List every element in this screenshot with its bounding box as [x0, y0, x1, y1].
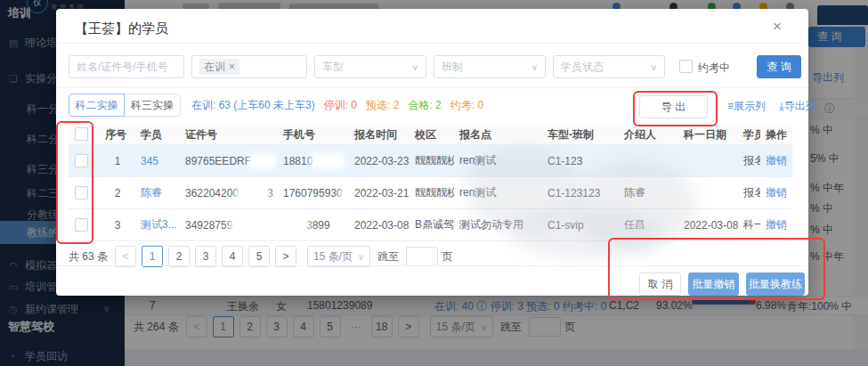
checkbox[interactable] [679, 60, 693, 73]
stat-text: 停训: 0 [324, 99, 357, 111]
table-cell [678, 145, 738, 177]
export-columns-link[interactable]: ⤓导出列 [779, 100, 815, 112]
dialog-pagination-page-2[interactable]: 2 [168, 246, 190, 267]
redaction-blur [232, 220, 263, 231]
redaction-blur [343, 188, 349, 199]
cell-link[interactable]: 撤销 [766, 186, 787, 199]
cell-link[interactable]: 测试3... [141, 218, 177, 231]
table-cell [678, 177, 738, 209]
table-cell [619, 145, 678, 177]
select-placeholder: 班制 [442, 60, 463, 75]
dialog-pagination-page-5[interactable]: 5 [248, 246, 270, 267]
table-cell: C1-123123 [542, 177, 619, 209]
column-header: 介绍人 [619, 125, 678, 145]
dialog-pagination-page-4[interactable]: 4 [222, 246, 243, 267]
table-cell: 报名成功 [738, 145, 760, 177]
row-checkbox[interactable] [75, 186, 88, 199]
cell-link[interactable]: 陈睿 [141, 186, 162, 199]
student-state-select[interactable]: 学员状态 ∨ [553, 55, 665, 78]
chevron-down-icon: ∨ [412, 62, 418, 72]
cell-link[interactable]: 撤销 [766, 154, 787, 167]
table-cell: ren测试 [454, 145, 542, 177]
row-checkbox[interactable] [75, 154, 88, 167]
cell-text: 3899 [306, 219, 330, 232]
row-checkbox[interactable] [75, 218, 88, 232]
dialog-pagination-jump-input[interactable] [406, 247, 438, 266]
tag-close-icon[interactable]: × [229, 61, 235, 73]
batch-change-coach-button[interactable]: 批量换教练 [746, 272, 805, 296]
select-all-checkbox[interactable] [75, 127, 88, 141]
header-divider [56, 43, 808, 44]
class-type-select[interactable]: 班制 ∨ [434, 55, 546, 78]
table-cell: 测试勿动专用 [454, 209, 542, 241]
table-cell: 2 [100, 177, 135, 209]
table-cell: 1760795930 [278, 177, 349, 209]
stat-text: 合格: 2 [408, 99, 441, 111]
table-cell: 34928759 [180, 209, 278, 241]
cell-text: 1760795930 [283, 187, 343, 199]
table-cell: 撤销 [760, 177, 792, 209]
stat-text: 约考: 0 [450, 99, 483, 111]
table-cell: 陈睿 [619, 177, 678, 209]
column-header: 手机号 [278, 125, 349, 145]
column-links: ≡展示列 ⤓导出列 [717, 99, 816, 114]
page-size-value: 15 条/页 [313, 249, 353, 264]
table-cell: 陈睿 [135, 177, 180, 209]
table-cell: 测试3... [135, 209, 180, 241]
column-header: 操作 [760, 125, 792, 145]
exam-pending-checkbox[interactable]: 约考中 [679, 60, 730, 76]
dialog-pagination-prev-button[interactable]: < [115, 246, 136, 267]
training-stats-summary: 在训: 63 (上车60 未上车3)停训: 0预选: 2合格: 2约考: 0 [191, 94, 492, 117]
table-row: 2陈睿362204200317607959302022-03-21靓靓靓校区re… [69, 177, 792, 209]
table-cell: 1 [100, 145, 135, 177]
table-cell: 2022-03-08 [349, 209, 410, 241]
export-button[interactable]: 导 出 [639, 95, 708, 118]
dialog-pagination-page-unit: 页 [442, 249, 452, 264]
dialog-pagination-page-3[interactable]: 3 [195, 246, 216, 267]
table-cell: B鼎诚驾校... [410, 209, 454, 241]
row-select-cell [69, 145, 100, 177]
column-header: 车型-班制 [542, 125, 619, 145]
table-row: 134589765EEDRF188102022-03-23靓靓靓校区ren测试C… [69, 145, 792, 177]
columns-icon: ≡ [727, 100, 734, 112]
checkbox-label: 约考中 [698, 61, 730, 74]
cell-link[interactable]: 撤销 [766, 218, 787, 231]
cell-link[interactable]: 345 [141, 155, 158, 167]
dialog-pagination-next-button[interactable]: > [275, 246, 296, 267]
tab-subject3-practice[interactable]: 科三实操 [124, 94, 181, 117]
dialog-pagination-page-size-select[interactable]: 15 条/页∨ [307, 246, 370, 267]
chevron-down-icon: ∨ [358, 252, 364, 262]
redaction-blur [283, 220, 306, 231]
table-cell: 345 [135, 145, 180, 177]
student-status-multiselect[interactable]: 在训× [191, 55, 307, 78]
cell-text: 89765EEDRF [185, 155, 251, 167]
batch-revoke-button[interactable]: 批量撤销 [688, 272, 739, 296]
select-placeholder: 学员状态 [561, 60, 604, 75]
name-search-input[interactable] [69, 55, 184, 78]
table-cell: C1-123 [542, 145, 619, 177]
table-cell: 任昌 [619, 209, 678, 241]
column-header: 校区 [410, 125, 454, 145]
column-header: 学员状态 [738, 125, 760, 145]
cell-text: 3 [267, 187, 273, 199]
tab-subject2-practice[interactable]: 科二实操 [69, 94, 125, 117]
table-cell: 靓靓靓校区 [410, 177, 454, 209]
table-cell: 靓靓靓校区 [410, 145, 454, 177]
search-button[interactable]: 查 询 [757, 55, 801, 78]
column-header: 报名时间 [349, 125, 410, 145]
car-type-select[interactable]: 车型 ∨ [314, 55, 426, 78]
table-cell: 撤销 [760, 209, 792, 241]
chevron-down-icon: ∨ [651, 62, 657, 72]
cancel-button[interactable]: 取 消 [639, 272, 681, 296]
footer-divider [56, 265, 808, 266]
show-columns-link[interactable]: ≡展示列 [727, 100, 766, 112]
close-icon[interactable]: × [768, 18, 786, 36]
table-cell: 3622042003 [180, 177, 278, 209]
stat-text: 预选: 2 [366, 99, 399, 111]
dialog-pagination-page-1[interactable]: 1 [142, 246, 163, 267]
redaction-blur [312, 156, 343, 167]
column-header: 序号 [100, 125, 135, 145]
table-cell: 3899 [278, 209, 349, 241]
table-cell: 2022-03-21 [349, 177, 410, 209]
stat-text: 在训: 63 (上车60 未上车3) [191, 99, 315, 111]
